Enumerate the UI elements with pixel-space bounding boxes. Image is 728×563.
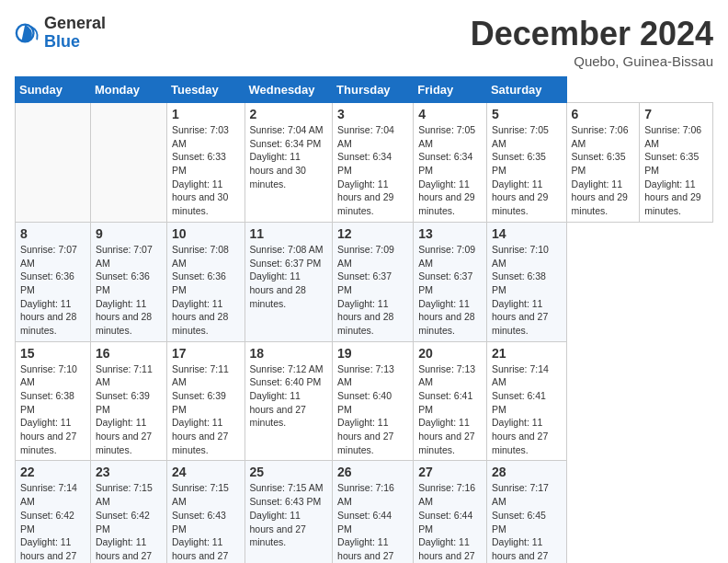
day-detail: Sunrise: 7:10 AM Sunset: 6:38 PM Dayligh… bbox=[492, 243, 562, 338]
calendar-cell: 2 Sunrise: 7:04 AM Sunset: 6:34 PM Dayli… bbox=[245, 103, 333, 223]
calendar-cell: 7 Sunrise: 7:06 AM Sunset: 6:35 PM Dayli… bbox=[640, 103, 713, 223]
page-header: General Blue December 2024 Quebo, Guinea… bbox=[15, 15, 713, 69]
day-number: 28 bbox=[492, 465, 562, 479]
day-detail: Sunrise: 7:05 AM Sunset: 6:34 PM Dayligh… bbox=[418, 123, 482, 218]
day-number: 5 bbox=[492, 107, 562, 121]
calendar-cell: 4 Sunrise: 7:05 AM Sunset: 6:34 PM Dayli… bbox=[414, 103, 487, 223]
logo-line1: General bbox=[44, 15, 106, 33]
calendar-cell: 8 Sunrise: 7:07 AM Sunset: 6:36 PM Dayli… bbox=[16, 222, 91, 341]
day-detail: Sunrise: 7:08 AM Sunset: 6:37 PM Dayligh… bbox=[250, 243, 328, 310]
day-number: 13 bbox=[418, 226, 482, 241]
day-number: 4 bbox=[418, 107, 482, 121]
day-detail: Sunrise: 7:06 AM Sunset: 6:35 PM Dayligh… bbox=[572, 123, 635, 218]
day-number: 24 bbox=[172, 465, 240, 479]
day-number: 21 bbox=[492, 346, 562, 361]
calendar-cell: 22 Sunrise: 7:14 AM Sunset: 6:42 PM Dayl… bbox=[16, 461, 91, 563]
day-detail: Sunrise: 7:06 AM Sunset: 6:35 PM Dayligh… bbox=[644, 123, 708, 218]
calendar-cell: 6 Sunrise: 7:06 AM Sunset: 6:35 PM Dayli… bbox=[566, 103, 640, 223]
calendar-week-row: 1 Sunrise: 7:03 AM Sunset: 6:33 PM Dayli… bbox=[16, 103, 713, 223]
day-number: 3 bbox=[337, 107, 408, 121]
calendar-cell: 5 Sunrise: 7:05 AM Sunset: 6:35 PM Dayli… bbox=[486, 103, 566, 223]
calendar-cell: 25 Sunrise: 7:15 AM Sunset: 6:43 PM Dayl… bbox=[245, 461, 333, 563]
day-detail: Sunrise: 7:15 AM Sunset: 6:43 PM Dayligh… bbox=[172, 481, 240, 563]
calendar-cell: 15 Sunrise: 7:10 AM Sunset: 6:38 PM Dayl… bbox=[16, 341, 91, 461]
calendar-cell: 13 Sunrise: 7:09 AM Sunset: 6:37 PM Dayl… bbox=[414, 222, 487, 341]
day-number: 15 bbox=[20, 346, 85, 361]
calendar-cell: 1 Sunrise: 7:03 AM Sunset: 6:33 PM Dayli… bbox=[166, 103, 245, 223]
logo: General Blue bbox=[15, 15, 106, 52]
day-detail: Sunrise: 7:09 AM Sunset: 6:37 PM Dayligh… bbox=[337, 243, 408, 338]
day-number: 10 bbox=[172, 226, 240, 241]
calendar-cell: 26 Sunrise: 7:16 AM Sunset: 6:44 PM Dayl… bbox=[333, 461, 414, 563]
day-detail: Sunrise: 7:16 AM Sunset: 6:44 PM Dayligh… bbox=[418, 481, 482, 563]
day-detail: Sunrise: 7:04 AM Sunset: 6:34 PM Dayligh… bbox=[337, 123, 408, 218]
calendar-cell bbox=[90, 103, 166, 223]
weekday-header: Monday bbox=[90, 77, 166, 103]
day-number: 27 bbox=[418, 465, 482, 479]
calendar-cell: 27 Sunrise: 7:16 AM Sunset: 6:44 PM Dayl… bbox=[414, 461, 487, 563]
day-detail: Sunrise: 7:03 AM Sunset: 6:33 PM Dayligh… bbox=[172, 123, 240, 218]
calendar-cell: 14 Sunrise: 7:10 AM Sunset: 6:38 PM Dayl… bbox=[486, 222, 566, 341]
day-number: 7 bbox=[644, 107, 708, 121]
location: Quebo, Guinea-Bissau bbox=[471, 53, 713, 69]
day-number: 14 bbox=[492, 226, 562, 241]
calendar-cell: 19 Sunrise: 7:13 AM Sunset: 6:40 PM Dayl… bbox=[333, 341, 414, 461]
weekday-header: Tuesday bbox=[166, 77, 245, 103]
weekday-header: Thursday bbox=[333, 77, 414, 103]
day-number: 12 bbox=[337, 226, 408, 241]
day-number: 26 bbox=[337, 465, 408, 479]
logo-line2: Blue bbox=[44, 33, 106, 52]
calendar-header-row: SundayMondayTuesdayWednesdayThursdayFrid… bbox=[16, 77, 713, 103]
title-block: December 2024 Quebo, Guinea-Bissau bbox=[471, 15, 713, 69]
weekday-header: Saturday bbox=[486, 77, 566, 103]
day-detail: Sunrise: 7:08 AM Sunset: 6:36 PM Dayligh… bbox=[172, 243, 240, 338]
calendar-cell: 11 Sunrise: 7:08 AM Sunset: 6:37 PM Dayl… bbox=[245, 222, 333, 341]
day-number: 8 bbox=[20, 226, 85, 241]
calendar-cell: 16 Sunrise: 7:11 AM Sunset: 6:39 PM Dayl… bbox=[90, 341, 166, 461]
calendar-week-row: 22 Sunrise: 7:14 AM Sunset: 6:42 PM Dayl… bbox=[16, 461, 713, 563]
day-detail: Sunrise: 7:09 AM Sunset: 6:37 PM Dayligh… bbox=[418, 243, 482, 338]
day-detail: Sunrise: 7:07 AM Sunset: 6:36 PM Dayligh… bbox=[20, 243, 85, 338]
day-detail: Sunrise: 7:16 AM Sunset: 6:44 PM Dayligh… bbox=[337, 481, 408, 563]
calendar-table: SundayMondayTuesdayWednesdayThursdayFrid… bbox=[15, 76, 713, 563]
day-detail: Sunrise: 7:10 AM Sunset: 6:38 PM Dayligh… bbox=[20, 362, 85, 457]
day-detail: Sunrise: 7:07 AM Sunset: 6:36 PM Dayligh… bbox=[96, 243, 162, 338]
day-detail: Sunrise: 7:04 AM Sunset: 6:34 PM Dayligh… bbox=[250, 123, 328, 190]
weekday-header: Friday bbox=[414, 77, 487, 103]
calendar-cell: 20 Sunrise: 7:13 AM Sunset: 6:41 PM Dayl… bbox=[414, 341, 487, 461]
day-detail: Sunrise: 7:15 AM Sunset: 6:43 PM Dayligh… bbox=[250, 481, 328, 548]
day-detail: Sunrise: 7:13 AM Sunset: 6:41 PM Dayligh… bbox=[418, 362, 482, 457]
weekday-header: Sunday bbox=[16, 77, 91, 103]
day-number: 11 bbox=[250, 226, 328, 241]
day-number: 9 bbox=[96, 226, 162, 241]
weekday-header: Wednesday bbox=[245, 77, 333, 103]
day-number: 20 bbox=[418, 346, 482, 361]
day-number: 23 bbox=[96, 465, 162, 479]
day-detail: Sunrise: 7:05 AM Sunset: 6:35 PM Dayligh… bbox=[492, 123, 562, 218]
day-detail: Sunrise: 7:11 AM Sunset: 6:39 PM Dayligh… bbox=[172, 362, 240, 457]
calendar-week-row: 15 Sunrise: 7:10 AM Sunset: 6:38 PM Dayl… bbox=[16, 341, 713, 461]
day-detail: Sunrise: 7:12 AM Sunset: 6:40 PM Dayligh… bbox=[250, 362, 328, 430]
calendar-cell: 18 Sunrise: 7:12 AM Sunset: 6:40 PM Dayl… bbox=[245, 341, 333, 461]
calendar-cell: 28 Sunrise: 7:17 AM Sunset: 6:45 PM Dayl… bbox=[486, 461, 566, 563]
calendar-cell: 10 Sunrise: 7:08 AM Sunset: 6:36 PM Dayl… bbox=[166, 222, 245, 341]
day-detail: Sunrise: 7:13 AM Sunset: 6:40 PM Dayligh… bbox=[337, 362, 408, 457]
calendar-week-row: 8 Sunrise: 7:07 AM Sunset: 6:36 PM Dayli… bbox=[16, 222, 713, 341]
day-detail: Sunrise: 7:14 AM Sunset: 6:41 PM Dayligh… bbox=[492, 362, 562, 457]
day-number: 16 bbox=[96, 346, 162, 361]
calendar-cell: 9 Sunrise: 7:07 AM Sunset: 6:36 PM Dayli… bbox=[90, 222, 166, 341]
day-detail: Sunrise: 7:17 AM Sunset: 6:45 PM Dayligh… bbox=[492, 481, 562, 563]
logo-icon bbox=[15, 20, 40, 46]
day-number: 2 bbox=[250, 107, 328, 121]
calendar-cell: 12 Sunrise: 7:09 AM Sunset: 6:37 PM Dayl… bbox=[333, 222, 414, 341]
calendar-cell: 24 Sunrise: 7:15 AM Sunset: 6:43 PM Dayl… bbox=[166, 461, 245, 563]
calendar-cell: 23 Sunrise: 7:15 AM Sunset: 6:42 PM Dayl… bbox=[90, 461, 166, 563]
day-number: 22 bbox=[20, 465, 85, 479]
day-number: 6 bbox=[572, 107, 635, 121]
day-detail: Sunrise: 7:14 AM Sunset: 6:42 PM Dayligh… bbox=[20, 481, 85, 563]
calendar-cell: 21 Sunrise: 7:14 AM Sunset: 6:41 PM Dayl… bbox=[486, 341, 566, 461]
day-number: 19 bbox=[337, 346, 408, 361]
day-number: 17 bbox=[172, 346, 240, 361]
day-number: 1 bbox=[172, 107, 240, 121]
day-number: 18 bbox=[250, 346, 328, 361]
